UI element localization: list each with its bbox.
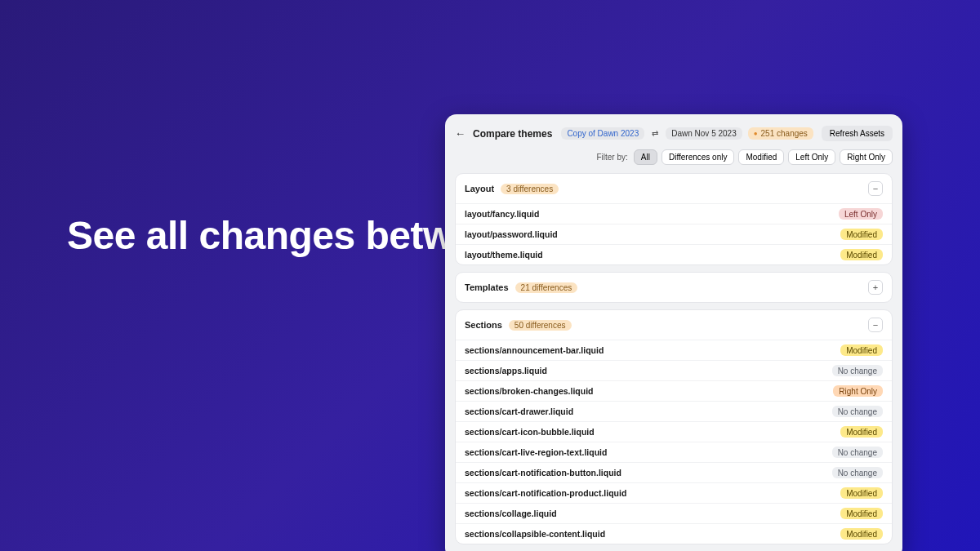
group-title: Templates [465, 282, 509, 292]
filter-modified[interactable]: Modified [738, 149, 784, 165]
refresh-assets-button[interactable]: Refresh Assets [822, 126, 893, 141]
status-badge: No change [832, 406, 883, 417]
filter-differences-only[interactable]: Differences only [662, 149, 735, 165]
theme-b-pill[interactable]: Dawn Nov 5 2023 [666, 127, 742, 140]
collapse-icon[interactable]: − [868, 318, 883, 332]
file-row[interactable]: layout/fancy.liquidLeft Only [456, 203, 892, 224]
filter-left-only[interactable]: Left Only [788, 149, 835, 165]
group-card-sections: Sections50 differences−sections/announce… [455, 309, 893, 544]
status-badge: No change [832, 365, 883, 376]
file-name: sections/cart-drawer.liquid [465, 407, 573, 416]
status-badge: Modified [840, 528, 883, 540]
file-name: layout/theme.liquid [465, 250, 543, 260]
file-name: layout/fancy.liquid [465, 209, 539, 219]
file-row[interactable]: sections/collapsible-content.liquidModif… [456, 523, 892, 544]
file-name: sections/apps.liquid [465, 366, 547, 375]
group-header[interactable]: Sections50 differences− [456, 310, 892, 340]
swap-icon[interactable]: ⇄ [650, 129, 660, 138]
filter-row: Filter by: AllDifferences onlyModifiedLe… [455, 149, 893, 165]
total-changes-badge: 251 changes [748, 127, 813, 140]
file-name: sections/cart-notification-product.liqui… [465, 488, 626, 498]
theme-a-pill[interactable]: Copy of Dawn 2023 [561, 127, 644, 140]
file-row[interactable]: sections/cart-live-region-text.liquidNo … [456, 442, 892, 462]
status-badge: Modified [840, 249, 883, 260]
group-card-layout: Layout3 differences−layout/fancy.liquidL… [455, 173, 893, 265]
file-row[interactable]: sections/apps.liquidNo change [456, 360, 892, 380]
status-badge: Left Only [839, 208, 883, 220]
group-diff-badge: 21 differences [515, 282, 578, 293]
group-title: Layout [465, 184, 494, 193]
panel-header: ← Compare themes Copy of Dawn 2023 ⇄ Daw… [455, 126, 893, 141]
status-badge: Modified [840, 344, 883, 356]
status-badge: Modified [840, 229, 883, 240]
file-name: layout/password.liquid [465, 229, 558, 239]
file-row[interactable]: sections/collage.liquidModified [456, 503, 892, 523]
group-header[interactable]: Layout3 differences− [456, 174, 892, 203]
expand-icon[interactable]: + [868, 280, 883, 295]
group-diff-badge: 50 differences [509, 320, 572, 331]
status-badge: Modified [840, 426, 883, 438]
file-name: sections/announcement-bar.liquid [465, 345, 604, 355]
filter-buttons-container: AllDifferences onlyModifiedLeft OnlyRigh… [634, 149, 893, 165]
file-name: sections/broken-changes.liquid [465, 386, 594, 396]
file-row[interactable]: sections/cart-icon-bubble.liquidModified [456, 421, 892, 442]
group-header[interactable]: Templates21 differences+ [456, 273, 892, 302]
filter-label: Filter by: [596, 153, 627, 162]
file-row[interactable]: sections/cart-notification-button.liquid… [456, 462, 892, 482]
group-title: Sections [465, 320, 502, 330]
file-name: sections/collage.liquid [465, 509, 557, 518]
status-badge: No change [832, 447, 883, 458]
file-name: sections/collapsible-content.liquid [465, 529, 605, 539]
page-title: Compare themes [473, 128, 552, 140]
group-diff-badge: 3 differences [501, 184, 559, 194]
file-row[interactable]: sections/broken-changes.liquidRight Only [456, 380, 892, 401]
status-badge: No change [832, 467, 883, 478]
file-row[interactable]: layout/password.liquidModified [456, 224, 892, 244]
back-arrow-icon[interactable]: ← [455, 127, 466, 140]
status-badge: Modified [840, 487, 883, 499]
status-badge: Right Only [833, 385, 883, 397]
file-name: sections/cart-icon-bubble.liquid [465, 427, 595, 437]
file-name: sections/cart-notification-button.liquid [465, 468, 621, 478]
filter-all[interactable]: All [634, 149, 657, 165]
groups-container: Layout3 differences−layout/fancy.liquidL… [455, 173, 893, 544]
file-row[interactable]: sections/cart-notification-product.liqui… [456, 482, 892, 503]
compare-themes-panel: ← Compare themes Copy of Dawn 2023 ⇄ Daw… [445, 114, 902, 551]
status-badge: Modified [840, 508, 883, 519]
file-row[interactable]: sections/cart-drawer.liquidNo change [456, 401, 892, 421]
file-row[interactable]: sections/announcement-bar.liquidModified [456, 340, 892, 360]
group-card-templates: Templates21 differences+ [455, 272, 893, 303]
file-row[interactable]: layout/theme.liquidModified [456, 244, 892, 264]
file-name: sections/cart-live-region-text.liquid [465, 447, 607, 457]
filter-right-only[interactable]: Right Only [840, 149, 893, 165]
collapse-icon[interactable]: − [868, 181, 883, 196]
